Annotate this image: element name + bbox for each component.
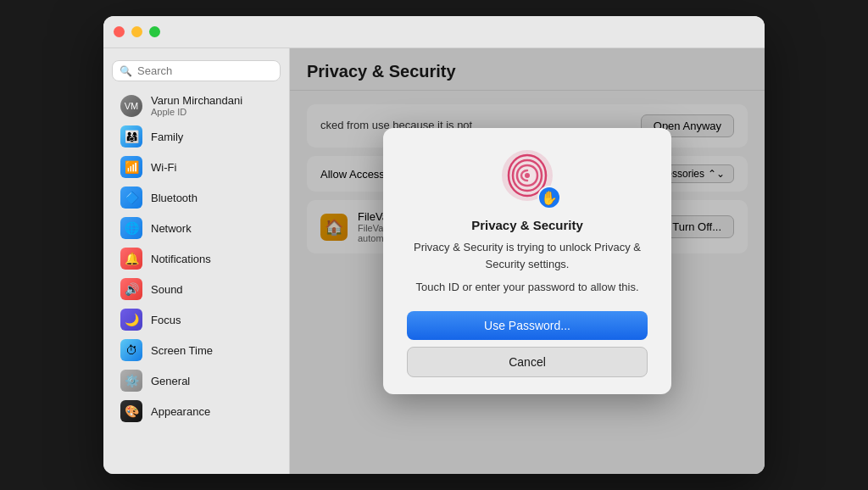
bluetooth-icon: 🔷	[120, 187, 142, 209]
sidebar-label-family: Family	[151, 131, 183, 143]
sidebar-label-appearance: Appearance	[151, 405, 210, 418]
sidebar: 🔍 VM Varun Mirchandani Apple ID 👨‍👩‍👧 Fa…	[103, 48, 290, 474]
modal-overlay: ✋ Privacy & Security Privacy & Security …	[290, 48, 765, 474]
sidebar-label-screentime: Screen Time	[151, 344, 213, 357]
auth-modal: ✋ Privacy & Security Privacy & Security …	[383, 128, 671, 394]
focus-icon: 🌙	[120, 309, 142, 331]
sidebar-label-bluetooth: Bluetooth	[151, 192, 198, 204]
titlebar	[103, 16, 765, 48]
modal-icon-container: ✋	[500, 148, 554, 206]
modal-subdescription: Touch ID or enter your password to allow…	[415, 279, 638, 296]
sidebar-label-wifi: Wi-Fi	[151, 161, 176, 174]
family-icon: 👨‍👩‍👧	[120, 125, 142, 148]
sidebar-item-appearance[interactable]: 🎨 Appearance	[108, 396, 284, 426]
sidebar-item-sound[interactable]: 🔊 Sound	[108, 274, 284, 304]
search-input[interactable]	[137, 64, 273, 77]
user-name: Varun Mirchandani	[151, 94, 242, 107]
search-icon: 🔍	[120, 65, 132, 77]
sidebar-item-bluetooth[interactable]: 🔷 Bluetooth	[108, 182, 284, 213]
general-icon: ⚙️	[120, 370, 142, 392]
sidebar-item-notifications[interactable]: 🔔 Notifications	[108, 243, 284, 274]
arrow-annotation	[748, 226, 765, 277]
sidebar-label-network: Network	[151, 222, 192, 235]
sidebar-item-network[interactable]: 🌐 Network	[108, 213, 284, 243]
maximize-button[interactable]	[149, 26, 160, 37]
user-info: Varun Mirchandani Apple ID	[151, 94, 242, 117]
network-icon: 🌐	[120, 217, 142, 239]
sound-icon: 🔊	[120, 278, 142, 300]
sidebar-item-focus[interactable]: 🌙 Focus	[108, 304, 284, 335]
sidebar-item-family[interactable]: 👨‍👩‍👧 Family	[108, 121, 284, 152]
notifications-icon: 🔔	[120, 248, 142, 270]
minimize-button[interactable]	[131, 26, 142, 37]
wifi-icon: 📶	[120, 156, 142, 178]
settings-window: 🔍 VM Varun Mirchandani Apple ID 👨‍👩‍👧 Fa…	[103, 16, 765, 474]
main-content: Privacy & Security cked from use because…	[290, 48, 765, 474]
modal-title: Privacy & Security	[471, 218, 583, 232]
sidebar-label-focus: Focus	[151, 314, 181, 326]
sidebar-label-sound: Sound	[151, 283, 183, 296]
avatar: VM	[120, 95, 142, 117]
modal-description: Privacy & Security is trying to unlock P…	[407, 239, 648, 272]
appearance-icon: 🎨	[120, 400, 142, 422]
sidebar-label-general: General	[151, 375, 190, 387]
use-password-button[interactable]: Use Password...	[407, 311, 648, 340]
svg-point-1	[525, 173, 530, 178]
search-bar[interactable]: 🔍	[112, 60, 281, 81]
user-subtitle: Apple ID	[151, 107, 242, 117]
sidebar-label-notifications: Notifications	[151, 253, 211, 265]
sidebar-item-screentime[interactable]: ⏱ Screen Time	[108, 335, 284, 365]
sidebar-item-general[interactable]: ⚙️ General	[108, 365, 284, 396]
touch-id-badge: ✋	[537, 186, 561, 209]
screentime-icon: ⏱	[120, 339, 142, 361]
sidebar-item-wifi[interactable]: 📶 Wi-Fi	[108, 152, 284, 182]
close-button[interactable]	[114, 26, 125, 37]
cancel-button[interactable]: Cancel	[407, 347, 648, 377]
sidebar-item-user[interactable]: VM Varun Mirchandani Apple ID	[108, 90, 284, 121]
